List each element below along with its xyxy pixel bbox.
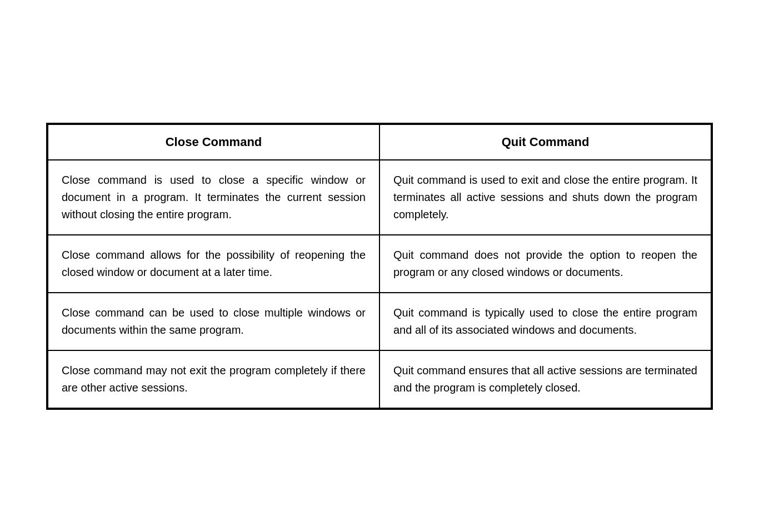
row1-quit: Quit command is used to exit and close t… (379, 160, 711, 235)
header-quit-command: Quit Command (379, 124, 711, 160)
table-row: Close command may not exit the program c… (48, 350, 711, 408)
row3-quit: Quit command is typically used to close … (379, 293, 711, 350)
row2-quit: Quit command does not provide the option… (379, 235, 711, 293)
comparison-table: Close Command Quit Command Close command… (47, 124, 712, 409)
row4-close: Close command may not exit the program c… (48, 350, 379, 408)
table-row: Close command is used to close a specifi… (48, 160, 711, 235)
table-row: Close command allows for the possibility… (48, 235, 711, 293)
row2-close: Close command allows for the possibility… (48, 235, 379, 293)
row1-close: Close command is used to close a specifi… (48, 160, 379, 235)
header-close-command: Close Command (48, 124, 379, 160)
row4-quit: Quit command ensures that all active ses… (379, 350, 711, 408)
row3-close: Close command can be used to close multi… (48, 293, 379, 350)
table-header-row: Close Command Quit Command (48, 124, 711, 160)
table-row: Close command can be used to close multi… (48, 293, 711, 350)
comparison-table-wrapper: Close Command Quit Command Close command… (46, 123, 713, 410)
